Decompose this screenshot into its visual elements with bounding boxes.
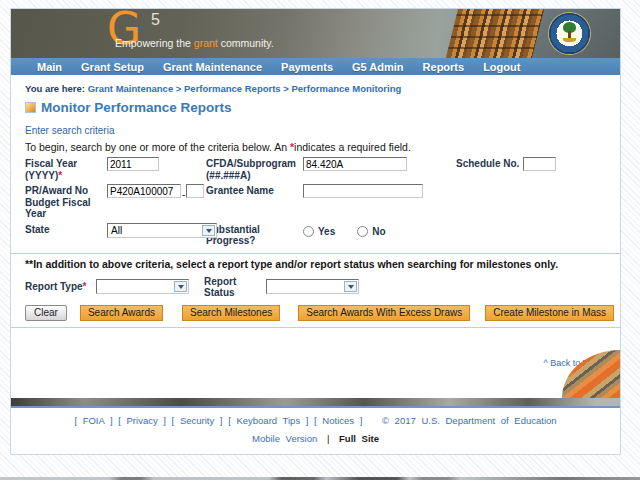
fiscal-year-label: Fiscal Year (YYYY)*: [25, 157, 107, 181]
footer-link-notices[interactable]: Notices: [322, 415, 354, 426]
pr-award-suffix-input[interactable]: [186, 184, 204, 198]
breadcrumb-prefix: You are here:: [25, 83, 85, 94]
header-banner: G 5 Empowering the grant community.: [11, 9, 620, 58]
search-instruction: To begin, search by one or more of the c…: [25, 141, 606, 153]
footer-link-privacy[interactable]: Privacy: [127, 415, 158, 426]
bracket: [: [172, 415, 175, 426]
report-status-select[interactable]: [266, 279, 359, 294]
search-awards-excess-draws-button[interactable]: Search Awards With Excess Draws: [298, 305, 470, 321]
bracket: ]: [163, 415, 166, 426]
fiscal-year-input[interactable]: [107, 157, 159, 171]
report-icon: [25, 102, 36, 113]
footer-link-foia[interactable]: FOIA: [83, 415, 105, 426]
action-buttons-row: Clear Search Awards Search Milestones Se…: [25, 305, 606, 321]
bracket: ]: [220, 415, 223, 426]
nav-item-payments[interactable]: Payments: [281, 61, 333, 73]
substantial-progress-yes-label: Yes: [318, 226, 335, 237]
schedule-no-cell: [523, 157, 606, 175]
content-area: You are here: Grant Maintenance > Perfor…: [11, 83, 620, 328]
clear-button[interactable]: Clear: [25, 305, 67, 321]
substantial-progress-options: Yes No: [303, 226, 386, 237]
pr-award-dash: -: [182, 189, 185, 200]
state-select[interactable]: All: [107, 223, 217, 238]
page-title: Monitor Performance Reports: [41, 100, 232, 115]
bracket: [: [118, 415, 121, 426]
pr-award-label-line1: PR/Award No: [25, 185, 107, 197]
full-site-label: Full Site: [339, 433, 379, 444]
footer-link-security[interactable]: Security: [180, 415, 214, 426]
pr-award-input[interactable]: [107, 184, 181, 198]
mobile-version-link[interactable]: Mobile Version: [252, 433, 317, 444]
tagline: Empowering the grant community.: [115, 37, 274, 49]
required-asterisk: *: [83, 281, 87, 292]
state-label: State: [25, 223, 107, 236]
report-type-label-text: Report Type: [25, 281, 83, 292]
search-criteria-subtitle: Enter search criteria: [25, 125, 606, 136]
bracket: ]: [110, 415, 113, 426]
cfda-label-line1: CFDA/Subprogram: [206, 158, 303, 170]
substantial-progress-cell: Yes No: [303, 223, 456, 241]
nav-item-logout[interactable]: Logout: [483, 61, 520, 73]
chevron-down-icon[interactable]: [174, 281, 187, 292]
breadcrumb-link-performance-monitoring[interactable]: Performance Monitoring: [292, 83, 402, 94]
department-of-education-seal-icon: [549, 13, 590, 54]
footer: [ FOIA ] [ Privacy ] [ Security ] [ Keyb…: [11, 415, 620, 454]
lower-area: ^ Back to Top: [11, 328, 620, 398]
main-nav: Main Grant Setup Grant Maintenance Payme…: [11, 58, 620, 75]
grantee-name-label: Grantee Name: [206, 184, 303, 197]
fiscal-year-label-line1: Fiscal Year: [25, 158, 107, 170]
bracket: ]: [306, 415, 309, 426]
instruction-post: indicates a required field.: [294, 141, 411, 153]
copyright-text: © 2017 U.S. Department of Education: [382, 415, 557, 426]
tagline-pre: Empowering the: [115, 37, 194, 49]
footer-links-line: [ FOIA ] [ Privacy ] [ Security ] [ Keyb…: [11, 415, 620, 426]
schedule-no-input[interactable]: [523, 157, 556, 171]
breadcrumb: You are here: Grant Maintenance > Perfor…: [25, 83, 606, 94]
chevron-down-icon[interactable]: [202, 225, 215, 236]
report-status-label: Report Status: [204, 275, 266, 299]
footer-site-mode-line: Mobile Version | Full Site: [11, 433, 620, 444]
pr-award-label-line2: Budget Fiscal Year: [25, 197, 107, 220]
bracket: ]: [360, 415, 363, 426]
nav-item-reports[interactable]: Reports: [423, 61, 465, 73]
cfda-input[interactable]: [303, 157, 407, 171]
fiscal-year-cell: [107, 157, 206, 175]
search-form: Fiscal Year (YYYY)* CFDA/Subprogram (##.…: [25, 157, 606, 247]
breadcrumb-separator: >: [176, 83, 182, 94]
schedule-no-label: Schedule No.: [456, 157, 523, 170]
report-type-label: Report Type*: [25, 280, 96, 293]
pr-award-cell: -: [107, 184, 206, 202]
seal-trunk-icon: [568, 31, 571, 38]
footer-photo-strip: [11, 398, 620, 408]
report-type-select[interactable]: [96, 279, 189, 294]
search-milestones-button[interactable]: Search Milestones: [182, 305, 280, 321]
nav-item-main[interactable]: Main: [37, 61, 62, 73]
tagline-highlight: grant: [194, 37, 218, 49]
state-cell: All: [107, 223, 206, 241]
nav-item-g5-admin[interactable]: G5 Admin: [352, 61, 404, 73]
substantial-progress-no-label: No: [372, 226, 385, 237]
chevron-down-icon[interactable]: [344, 281, 357, 292]
seal-base-icon: [563, 38, 576, 42]
title-row: Monitor Performance Reports: [25, 100, 606, 115]
substantial-progress-no-radio[interactable]: [357, 226, 368, 237]
pipe-separator: |: [327, 433, 329, 444]
cfda-label: CFDA/Subprogram (##.###A): [206, 157, 303, 181]
bracket: [: [314, 415, 317, 426]
grantee-name-input[interactable]: [303, 184, 423, 198]
nav-item-grant-setup[interactable]: Grant Setup: [81, 61, 144, 73]
nav-item-grant-maintenance[interactable]: Grant Maintenance: [163, 61, 262, 73]
report-filters-row: Report Type* Report Status: [25, 275, 606, 299]
fiscal-year-format: (YYYY): [25, 170, 58, 181]
breadcrumb-separator: >: [283, 83, 289, 94]
breadcrumb-link-grant-maintenance[interactable]: Grant Maintenance: [88, 83, 174, 94]
substantial-progress-yes-radio[interactable]: [303, 226, 314, 237]
search-awards-button[interactable]: Search Awards: [80, 305, 163, 321]
required-asterisk: *: [58, 170, 62, 181]
breadcrumb-link-performance-reports[interactable]: Performance Reports: [184, 83, 281, 94]
state-selected-value: All: [111, 225, 122, 236]
footer-link-keyboard-tips[interactable]: Keyboard Tips: [236, 415, 300, 426]
cfda-label-line2: (##.###A): [206, 170, 303, 182]
create-milestone-mass-button[interactable]: Create Milestone in Mass: [485, 305, 614, 321]
g5-page: G 5 Empowering the grant community. Main…: [10, 8, 621, 455]
